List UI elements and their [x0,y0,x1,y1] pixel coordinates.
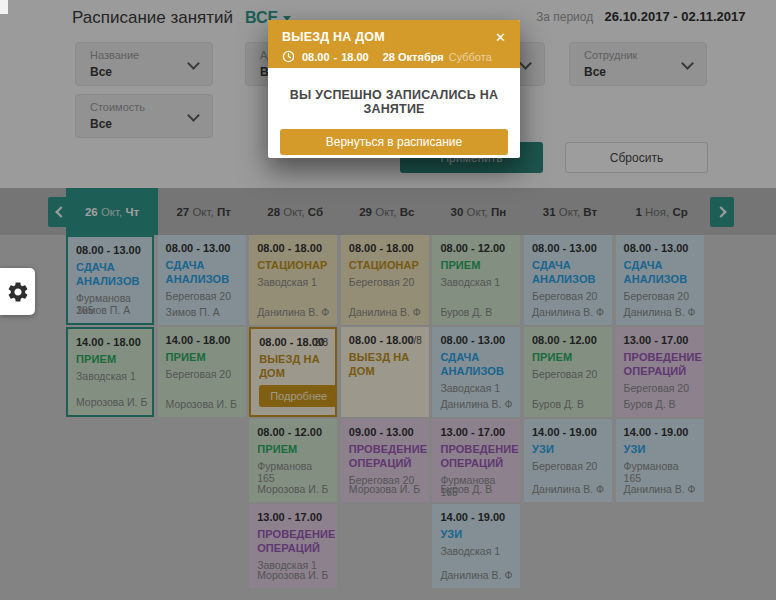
gear-icon [6,280,30,304]
schedule-page: Расписание занятийВСЕ За период 26.10.20… [0,0,776,600]
modal-time-end: 18.00 [341,51,369,63]
clock-icon [282,50,295,63]
corner-artifact [0,0,8,14]
modal-date: 28 Октября [383,51,444,63]
modal-time-start: 08.00 [302,51,330,63]
modal-title: ВЫЕЗД НА ДОМ [282,30,385,44]
modal-weekday: Суббота [449,51,492,63]
modal-header: ВЫЕЗД НА ДОМ ✕ 08.00 - 18.00 28 Октября … [268,20,520,68]
success-message: ВЫ УСПЕШНО ЗАПИСАЛИСЬ НА ЗАНЯТИЕ [268,88,520,116]
booking-success-modal: ВЫЕЗД НА ДОМ ✕ 08.00 - 18.00 28 Октября … [268,20,520,158]
modal-time-separator: - [334,51,338,63]
back-to-schedule-button[interactable]: Вернуться в расписание [280,129,508,155]
close-icon[interactable]: ✕ [495,31,506,44]
modal-body: ВЫ УСПЕШНО ЗАПИСАЛИСЬ НА ЗАНЯТИЕ Вернуть… [268,68,520,155]
settings-flyout-button[interactable] [0,268,35,315]
